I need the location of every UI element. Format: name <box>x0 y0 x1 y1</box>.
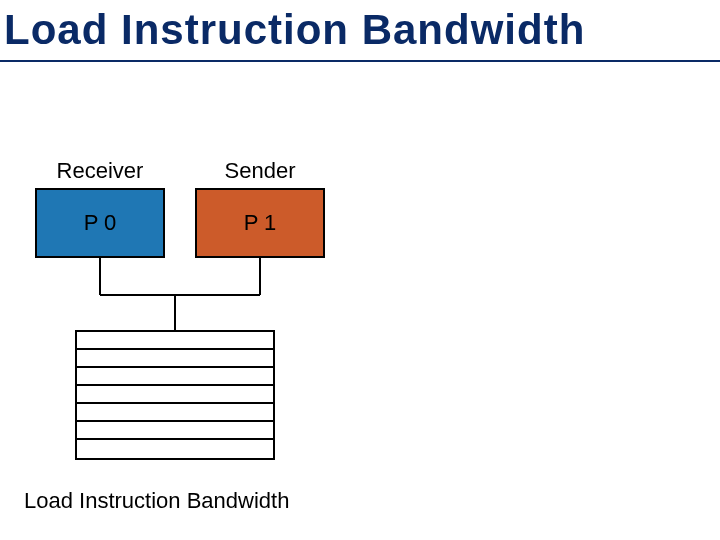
title-underline <box>0 60 720 62</box>
processor-p0-label: P 0 <box>84 210 117 236</box>
table-row <box>77 386 273 404</box>
table-row <box>77 332 273 350</box>
table-row <box>77 404 273 422</box>
page-title: Load Instruction Bandwidth <box>4 6 585 54</box>
table-row <box>77 422 273 440</box>
table-row <box>77 350 273 368</box>
sender-label: Sender <box>195 158 325 184</box>
processor-p0: P 0 <box>35 188 165 258</box>
processor-p1: P 1 <box>195 188 325 258</box>
caption: Load Instruction Bandwidth <box>24 488 289 514</box>
table-row <box>77 368 273 386</box>
table-row <box>77 440 273 458</box>
memory-table <box>75 330 275 460</box>
processor-p1-label: P 1 <box>244 210 277 236</box>
receiver-label: Receiver <box>35 158 165 184</box>
